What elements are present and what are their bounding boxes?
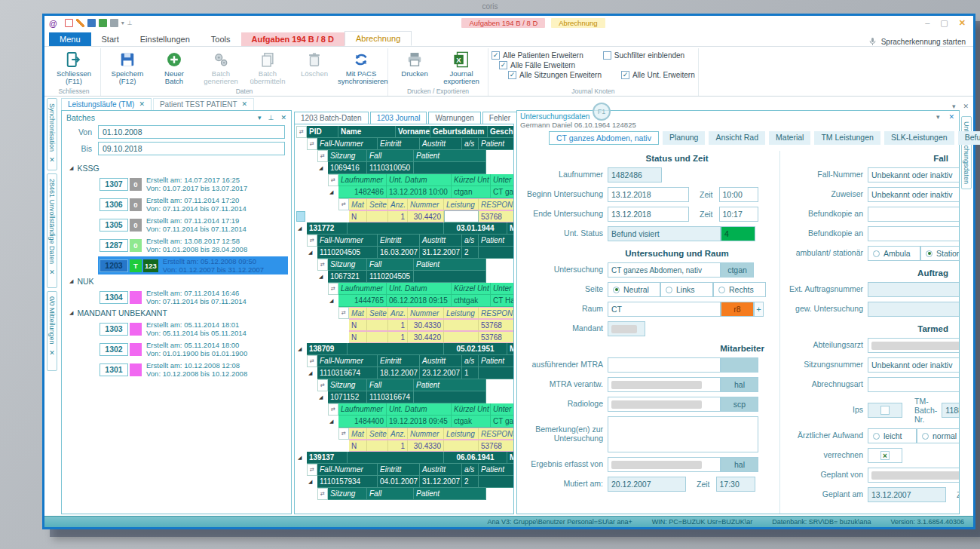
menu-tab-abrechnung[interactable]: Abrechnung: [345, 31, 412, 46]
column-options-icon[interactable]: ⇄: [307, 464, 317, 476]
close-button[interactable]: ✕: [959, 18, 966, 28]
von-date-input[interactable]: 01.10.2008: [98, 125, 285, 139]
tree-expander-icon[interactable]: ◢: [329, 298, 333, 304]
exam-tab-slk-leistungen[interactable]: SLK-Leistungen: [884, 131, 954, 145]
quick-print-icon[interactable]: [110, 19, 118, 27]
quick-save-icon[interactable]: [87, 19, 96, 27]
journal-row[interactable]: ◢111015793404.01.200731.12.20072: [295, 476, 513, 488]
journal-row[interactable]: ⇄Fall-NummerEintrittAustritta/sPatient: [295, 235, 513, 247]
batch-group-kssg[interactable]: ◢KSSG: [69, 164, 291, 173]
docrow-close-icon[interactable]: ✕: [963, 103, 969, 110]
exam-dropdown-icon[interactable]: ▾: [936, 113, 940, 121]
radio-option-ambula[interactable]: Ambula: [868, 246, 920, 261]
fall-nummer-field[interactable]: Unbekannt oder inaktiv: [868, 167, 959, 182]
column-options-icon[interactable]: ⇄: [296, 126, 307, 138]
tree-expander-icon[interactable]: ◢: [298, 346, 302, 352]
exam-close-icon[interactable]: ✕: [948, 113, 954, 121]
ips-checkbox[interactable]: [868, 403, 902, 418]
dock-tab-28461-unvollständige-daten[interactable]: 28461 Unvollständige Daten✕: [47, 173, 57, 288]
bis-date-input[interactable]: 09.10.2018: [98, 142, 285, 155]
batch-item-1307[interactable]: 13070Erstellt am: 14.07.2017 16:25Von: 0…: [98, 175, 288, 193]
tree-expander-icon[interactable]: ◢: [329, 189, 333, 195]
titlebar-tasks-badge[interactable]: Aufgaben 194 B / 8 D: [461, 18, 545, 28]
exam-tab-planung[interactable]: Planung: [663, 131, 706, 145]
journal-row[interactable]: ⇄MatSeiteAnz.NummerLeistungRESPONSIB: [295, 307, 513, 319]
journal-row[interactable]: ⇄PIDNameVornameGeburtsdatumGeschl: [295, 126, 513, 138]
befundkopie2-field[interactable]: [868, 226, 959, 241]
close-icon[interactable]: ✕: [242, 100, 248, 109]
exam-tab-tm-leistungen[interactable]: TM Leistungen: [814, 131, 880, 145]
mutiert-time-field[interactable]: 17:30: [716, 477, 755, 492]
docrow-dropdown-icon[interactable]: ▾: [952, 103, 956, 110]
radio-option-neutral[interactable]: Neutral: [608, 282, 660, 297]
mtra-verantw-field[interactable]: [608, 377, 721, 392]
exam-tab-material[interactable]: Material: [769, 131, 810, 145]
verrechnen-checkbox[interactable]: ×: [868, 448, 902, 463]
drucken-button[interactable]: Drucken: [391, 49, 438, 78]
journal-row[interactable]: ◢111031667418.12.200723.12.20071: [295, 367, 513, 379]
doc-tab-patient-test-patient[interactable]: Patient TEST PATIENT✕: [153, 98, 254, 110]
close-icon[interactable]: ✕: [139, 100, 145, 109]
column-options-icon[interactable]: ⇄: [307, 235, 317, 247]
untersuchung-field[interactable]: CT ganzes Abdomen, nativ: [608, 262, 721, 278]
batch-item-1287[interactable]: 12870Erstellt am: 13.08.2017 12:58Von: 0…: [98, 236, 288, 254]
journal-row[interactable]: N130.442053768: [295, 210, 513, 222]
mandant-field[interactable]: [608, 321, 645, 336]
befundkopie1-field[interactable]: [868, 207, 959, 222]
journal-row[interactable]: ⇄LaufnummerUnt. DatumKürzel UntUnter: [295, 174, 513, 186]
menu-tab-tools[interactable]: Tools: [201, 32, 241, 46]
checkbox-suchfilter-einblenden[interactable]: Suchfilter einblenden: [603, 51, 684, 60]
journal-row[interactable]: ◢148248613.12.2018 10:00ctganCT ga: [295, 186, 513, 198]
radio-option-leicht[interactable]: leicht: [868, 428, 917, 443]
journal-row[interactable]: ⇄LaufnummerUnt. DatumKürzel UntUnter: [295, 283, 513, 295]
column-options-icon[interactable]: ⇄: [338, 428, 349, 440]
tree-expander-icon[interactable]: ◢: [329, 419, 333, 425]
laufnummer-field[interactable]: 1482486: [608, 167, 662, 182]
abrechnugsart-field[interactable]: [868, 377, 959, 392]
geplant-am-date-field[interactable]: 13.12.2007: [868, 487, 946, 502]
exam-tab-befund-1284161-2[interactable]: Befund 1284161 2: [958, 131, 980, 145]
batches-close-icon[interactable]: ✕: [280, 114, 286, 121]
column-options-icon[interactable]: ⇄: [328, 283, 338, 295]
column-options-icon[interactable]: ⇄: [338, 307, 349, 319]
radio-option-station[interactable]: Station: [920, 246, 959, 261]
tree-expander-icon[interactable]: ◢: [308, 370, 312, 376]
journal-row[interactable]: ◢10673211110204505: [295, 271, 513, 283]
column-options-icon[interactable]: ⇄: [317, 150, 328, 162]
radio-option-links[interactable]: Links: [660, 282, 713, 297]
journal-tab-warnungen[interactable]: Warnungen: [428, 112, 480, 124]
minimize-button[interactable]: –: [925, 18, 929, 28]
tree-expander-icon[interactable]: ◢: [69, 165, 73, 171]
column-options-icon[interactable]: ⇄: [328, 174, 338, 186]
maximize-button[interactable]: ▢: [940, 18, 948, 28]
journal-row[interactable]: ◢10711521110316674: [295, 391, 513, 403]
wrench-icon[interactable]: [76, 19, 84, 27]
column-options-icon[interactable]: ⇄: [307, 355, 317, 367]
tree-expander-icon[interactable]: ◢: [319, 394, 323, 400]
journal-row[interactable]: ◢13913706.06.1941M: [295, 452, 513, 464]
journal-row[interactable]: ⇄LaufnummerUnt. DatumKürzel UntUnter: [295, 403, 513, 416]
journal-row[interactable]: ◢13870905.02.1951M: [295, 343, 513, 355]
checkbox-alle-patienten-erweitern[interactable]: ✓Alle Patienten Erweitern: [492, 51, 583, 60]
titlebar-billing-badge[interactable]: Abrechnung: [551, 18, 605, 28]
column-options-icon[interactable]: ⇄: [317, 259, 328, 271]
batch-item-1306[interactable]: 13060Erstellt am: 07.11.2014 17:20Von: 0…: [98, 195, 288, 213]
column-options-icon[interactable]: ⇄: [338, 198, 349, 210]
journal-tab-1203-journal[interactable]: 1203 Journal: [370, 112, 427, 124]
batches-pin-icon[interactable]: ⊥: [268, 114, 274, 121]
batch-item-1301[interactable]: 1301Erstellt am: 10.12.2008 12:08Von: 10…: [98, 360, 288, 379]
ext-auftragsnummer-field[interactable]: [868, 282, 959, 297]
journal-row[interactable]: ◢111020450516.03.200731.12.20072: [295, 247, 513, 259]
tree-expander-icon[interactable]: ◢: [308, 479, 312, 485]
journal-row[interactable]: ⇄SitzungFallPatient: [295, 488, 513, 500]
batch-item-1302[interactable]: 1302Erstellt am: 05.11.2014 18:00Von: 01…: [98, 340, 288, 358]
batch-item-1305[interactable]: 13050Erstellt am: 07.11.2014 17:19Von: 0…: [98, 216, 288, 234]
dock-tab-0-0-mitteilungen[interactable]: 0/0 Mitteilungen✕: [47, 291, 57, 371]
tree-expander-icon[interactable]: ◢: [69, 278, 73, 284]
right-dock-tab-untersuchungsdaten[interactable]: Untersuchungsdaten: [961, 116, 972, 189]
journal-row[interactable]: ◢144476506.12.2018 09:15cthtgakCT Ha: [295, 295, 513, 307]
journal-row[interactable]: ⇄Fall-NummerEintrittAustritta/sPatient: [295, 464, 513, 476]
tree-expander-icon[interactable]: ◢: [298, 225, 302, 232]
ende-time-field[interactable]: 10:17: [719, 207, 758, 222]
checkbox-alle-fälle-erweitern[interactable]: ✓Alle Fälle Erweitern: [499, 61, 575, 69]
